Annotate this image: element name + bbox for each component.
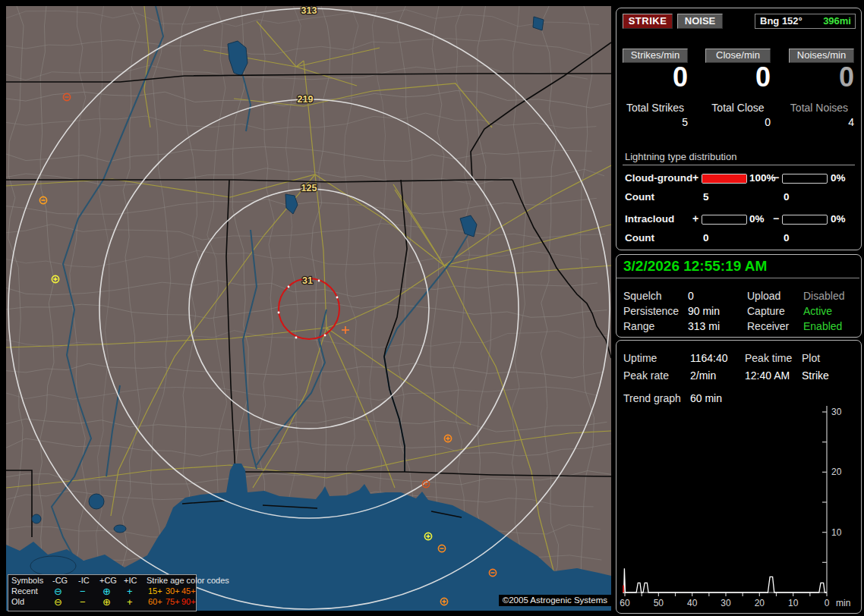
total-noises-label: Total Noises <box>781 102 857 114</box>
cg-negative-pct: 0% <box>831 172 846 184</box>
cg-count-label: Count <box>625 191 654 203</box>
cg-negative-bar <box>782 174 828 184</box>
ic-positive-pct: 0% <box>749 213 765 225</box>
squelch-value: 0 <box>688 290 694 302</box>
svg-text:10: 10 <box>788 598 799 608</box>
receiver-value: Enabled <box>803 320 842 332</box>
stats-panel: STRIKE NOISE Bng 152° 396mi Strikes/min … <box>616 8 862 250</box>
old-pos-cg-icon: ⊕ <box>102 598 111 606</box>
legend-col-pos-cg: +CG <box>99 576 117 585</box>
intracloud-label: Intracloud <box>625 213 674 225</box>
strike-mode-button[interactable]: STRIKE <box>623 14 673 29</box>
lightning-map[interactable]: 313 219 125 31 ©2005 Astrogenic Systems … <box>6 6 611 611</box>
noise-mode-button[interactable]: NOISE <box>677 14 723 29</box>
distribution-divider <box>623 165 855 165</box>
age-code-75: 75+ <box>166 597 180 606</box>
upload-label: Upload <box>747 290 780 302</box>
legend-col-neg-ic: -IC <box>78 576 90 585</box>
ring-label-219: 219 <box>298 94 314 105</box>
recent-pos-cg-icon: ⊕ <box>102 587 111 596</box>
ic-minus-sign: − <box>773 212 779 225</box>
status-panel: 3/2/2026 12:55:19 AM Squelch 0 Upload Di… <box>616 254 862 338</box>
svg-text:0: 0 <box>825 598 830 608</box>
svg-text:20: 20 <box>755 598 765 608</box>
old-neg-ic-icon: − <box>80 598 86 606</box>
recent-pos-ic-icon: + <box>127 587 133 596</box>
total-close-value: 0 <box>705 116 772 128</box>
legend-recent-label: Recent <box>11 586 38 596</box>
squelch-label: Squelch <box>623 290 662 302</box>
svg-text:60: 60 <box>620 598 630 608</box>
old-pos-ic-icon: + <box>127 598 133 606</box>
old-neg-cg-icon: ⊖ <box>54 598 62 606</box>
bearing-distance: 396mi <box>823 14 851 27</box>
age-code-60: 60+ <box>148 597 162 606</box>
noises-per-min-value: 0 <box>789 61 856 93</box>
receiver-label: Receiver <box>747 320 789 332</box>
ic-count-label: Count <box>625 232 654 244</box>
ic-positive-count: 0 <box>703 232 709 244</box>
distribution-title: Lightning type distribution <box>625 151 736 162</box>
cg-negative-count: 0 <box>784 191 790 203</box>
map-legend: Symbols -CG -IC +CG +IC Strike age color… <box>8 574 197 611</box>
ic-negative-count: 0 <box>784 232 790 244</box>
ic-negative-bar <box>782 215 828 225</box>
copyright-notice: ©2005 Astrogenic Systems <box>499 595 611 606</box>
ring-label-125: 125 <box>301 183 317 193</box>
svg-text:10: 10 <box>831 527 842 538</box>
bearing-readout: Bng 152° 396mi <box>755 14 856 29</box>
cg-minus-sign: − <box>773 171 779 184</box>
legend-symbols-header: Symbols <box>11 576 43 585</box>
map-svg: 313 219 125 31 <box>6 6 611 611</box>
cg-positive-bar <box>702 174 747 184</box>
capture-label: Capture <box>747 305 785 317</box>
svg-text:40: 40 <box>687 598 698 608</box>
trend-graph-chart: 1020306050403020100min <box>616 341 861 611</box>
total-close-label: Total Close <box>700 102 776 114</box>
cg-plus-sign: + <box>692 171 698 184</box>
ring-label-31: 31 <box>302 275 313 286</box>
total-strikes-label: Total Strikes <box>617 102 693 114</box>
ic-positive-bar <box>702 215 747 225</box>
legend-age-header: Strike age color codes <box>147 576 229 585</box>
capture-value: Active <box>803 305 832 317</box>
age-code-45: 45+ <box>181 586 196 596</box>
total-strikes-value: 5 <box>623 116 689 128</box>
range-label: Range <box>623 320 654 332</box>
cloud-ground-label: Cloud-ground <box>625 172 692 184</box>
recent-neg-cg-icon: ⊖ <box>54 587 62 596</box>
persistence-label: Persistence <box>623 305 679 317</box>
close-per-min-value: 0 <box>705 61 772 93</box>
app-window: 313 219 125 31 ©2005 Astrogenic Systems … <box>0 0 864 616</box>
total-noises-value: 4 <box>789 116 856 128</box>
system-datetime: 3/2/2026 12:55:19 AM <box>623 258 767 275</box>
cg-positive-pct: 100% <box>749 172 776 184</box>
recent-neg-ic-icon: − <box>80 587 86 596</box>
svg-text:50: 50 <box>654 598 664 608</box>
svg-text:30: 30 <box>831 407 842 417</box>
ring-label-313: 313 <box>301 6 317 16</box>
strikes-per-min-value: 0 <box>623 61 689 93</box>
legend-old-label: Old <box>11 597 24 606</box>
cg-positive-count: 5 <box>703 191 709 203</box>
svg-text:30: 30 <box>721 598 731 608</box>
svg-text:20: 20 <box>831 467 842 477</box>
range-value: 313 mi <box>688 320 720 332</box>
status-divider <box>616 278 859 278</box>
svg-text:min: min <box>836 598 850 608</box>
legend-col-neg-cg: -CG <box>52 576 68 585</box>
age-code-30: 30+ <box>166 586 180 596</box>
age-code-90: 90+ <box>181 597 196 606</box>
persistence-value: 90 min <box>688 305 720 317</box>
ic-negative-pct: 0% <box>831 213 846 225</box>
upload-value: Disabled <box>803 290 844 302</box>
cg-positive-bar-fill <box>702 174 746 183</box>
uptime-trend-panel: Uptime 1164:40 Peak time Plot Peak rate … <box>616 340 862 614</box>
ic-plus-sign: + <box>692 212 698 225</box>
age-code-15: 15+ <box>148 586 162 596</box>
bearing-label: Bng 152° <box>760 14 803 27</box>
legend-col-pos-ic: +IC <box>124 576 137 585</box>
